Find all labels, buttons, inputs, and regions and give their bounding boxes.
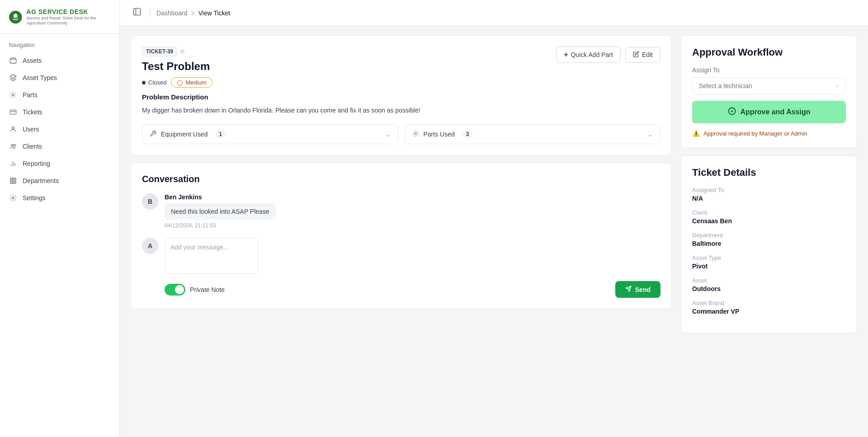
sidebar: AG SERVICE DESK Service and Repair Ticke…: [0, 0, 120, 437]
sidebar-item-reporting[interactable]: Reporting: [0, 155, 119, 172]
conversation-title: Conversation: [142, 174, 660, 184]
breadcrumb-current: View Ticket: [198, 9, 231, 17]
ticket-info-card: TICKET-39 ⎘ Test Problem Closed ◯ Medi: [131, 35, 672, 155]
priority-icon: ◯: [177, 80, 183, 86]
message-row: B Ben Jenkins Need this looked into ASAP…: [142, 193, 660, 229]
topbar-divider: [150, 9, 150, 18]
sidebar-item-assets[interactable]: Assets: [0, 52, 119, 69]
message-author: Ben Jenkins: [165, 193, 276, 201]
parts-used-expander[interactable]: Parts Used 3 ⌄: [405, 124, 661, 144]
settings-icon: [9, 194, 17, 202]
main-content: Dashboard > View Ticket TICKET-39 ⎘ Test…: [120, 0, 868, 437]
avatar-ben: B: [142, 193, 158, 210]
priority-badge: ◯ Medium: [171, 77, 212, 88]
sidebar-label-settings: Settings: [23, 194, 46, 202]
svg-rect-14: [10, 178, 16, 183]
sidebar-toggle-button[interactable]: [131, 5, 143, 20]
problem-description-label: Problem Description: [142, 93, 660, 101]
sidebar-label-users: Users: [23, 126, 39, 133]
svg-point-18: [415, 133, 416, 135]
copy-icon[interactable]: ⎘: [181, 48, 184, 55]
detail-key-assigned-to: Assigned To: [692, 187, 846, 193]
topbar: Dashboard > View Ticket: [120, 0, 868, 26]
breadcrumb-arrow: >: [191, 9, 195, 17]
sidebar-label-assets: Assets: [23, 57, 42, 64]
detail-value-department: Baltimore: [692, 240, 846, 247]
detail-value-client: Censaas Ben: [692, 217, 846, 225]
logo-area: AG SERVICE DESK Service and Repair Ticke…: [0, 0, 119, 34]
sidebar-item-tickets[interactable]: Tickets: [0, 103, 119, 121]
message-bubble: Need this looked into ASAP Please: [165, 203, 276, 220]
approval-workflow-card: Approval Workflow Assign To Select a tec…: [681, 35, 857, 148]
assign-to-label: Assign To: [692, 66, 846, 74]
detail-assigned-to: Assigned To N/A: [692, 187, 846, 202]
sidebar-item-clients[interactable]: Clients: [0, 138, 119, 155]
ticket-details-card: Ticket Details Assigned To N/A Client Ce…: [681, 155, 857, 334]
detail-asset-brand: Asset Brand Commander VP: [692, 300, 846, 315]
stack-icon: [9, 74, 17, 82]
sidebar-item-settings[interactable]: Settings: [0, 189, 119, 207]
layers-icon: [9, 56, 17, 65]
send-icon: [625, 286, 632, 293]
private-note-toggle-wrapper: Private Note: [165, 284, 225, 296]
detail-value-asset: Outdoors: [692, 285, 846, 292]
quick-add-label: Quick Add Part: [571, 51, 613, 58]
chart-icon: [9, 160, 17, 168]
send-label: Send: [635, 286, 651, 293]
detail-asset: Asset Outdoors: [692, 277, 846, 292]
equipment-used-expander[interactable]: Equipment Used 1 ⌄: [142, 124, 398, 144]
detail-value-asset-type: Pivot: [692, 263, 846, 270]
gear-icon: [9, 91, 17, 99]
approve-and-assign-button[interactable]: Approve and Assign: [692, 101, 846, 123]
message-timestamp: 04/12/2024, 21:11:50: [165, 222, 276, 229]
closed-dot: [142, 81, 146, 85]
toggle-knob: [175, 285, 184, 294]
user-icon: [9, 125, 17, 133]
warning-icon: ⚠️: [692, 130, 700, 137]
quick-add-part-button[interactable]: + Quick Add Part: [556, 47, 621, 63]
parts-chevron-icon: ⌄: [647, 131, 653, 138]
equipment-used-label: Equipment Used: [161, 131, 208, 138]
reply-textarea[interactable]: [165, 238, 258, 274]
content-area: TICKET-39 ⎘ Test Problem Closed ◯ Medi: [120, 26, 868, 437]
detail-key-asset: Asset: [692, 277, 846, 284]
nav-section-label: Navigation: [0, 34, 119, 52]
private-note-toggle[interactable]: [165, 284, 185, 296]
sidebar-label-tickets: Tickets: [23, 108, 42, 116]
ticket-main: TICKET-39 ⎘ Test Problem Closed ◯ Medi: [131, 35, 672, 428]
check-circle-icon: [728, 107, 736, 117]
parts-count: 3: [462, 130, 473, 138]
plus-icon: +: [564, 51, 568, 59]
cog-icon: [412, 130, 419, 138]
right-panel: Approval Workflow Assign To Select a tec…: [681, 35, 857, 428]
edit-button[interactable]: Edit: [625, 47, 660, 63]
status-badge: Closed: [142, 79, 166, 86]
svg-point-8: [12, 127, 14, 129]
status-label: Closed: [148, 79, 166, 86]
wrench-icon: [150, 130, 156, 138]
equipment-count: 1: [215, 130, 226, 138]
sidebar-item-parts[interactable]: Parts: [0, 86, 119, 103]
approval-warning-text: Approval required by Manager or Admin: [703, 130, 807, 137]
svg-rect-16: [134, 9, 141, 15]
sidebar-item-users[interactable]: Users: [0, 121, 119, 138]
svg-rect-3: [15, 14, 16, 15]
svg-point-9: [11, 145, 13, 146]
sidebar-label-departments: Departments: [23, 177, 59, 184]
avatar-current-user: A: [142, 238, 158, 254]
sidebar-item-departments[interactable]: Departments: [0, 172, 119, 189]
detail-key-department: Department: [692, 232, 846, 239]
approve-button-label: Approve and Assign: [741, 108, 811, 116]
private-note-label: Private Note: [190, 286, 225, 293]
sidebar-label-clients: Clients: [23, 143, 42, 150]
sidebar-item-asset-types[interactable]: Asset Types: [0, 69, 119, 86]
detail-client: Client Censaas Ben: [692, 209, 846, 225]
breadcrumb-dashboard[interactable]: Dashboard: [156, 9, 188, 17]
ticket-details-title: Ticket Details: [692, 167, 846, 179]
detail-key-asset-brand: Asset Brand: [692, 300, 846, 306]
detail-asset-type: Asset Type Pivot: [692, 254, 846, 270]
technician-select[interactable]: Select a technician: [692, 77, 846, 94]
reply-row: A Private Note: [142, 238, 660, 298]
priority-label: Medium: [185, 79, 206, 86]
send-button[interactable]: Send: [615, 281, 660, 298]
